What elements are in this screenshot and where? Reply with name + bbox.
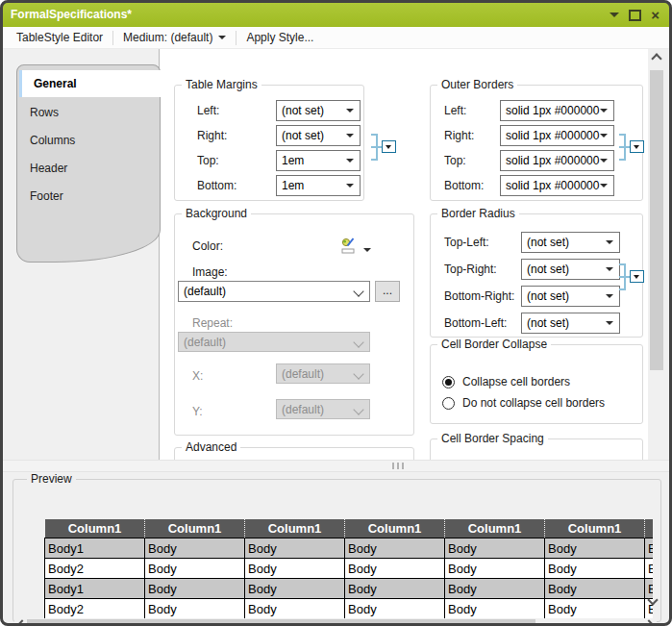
scroll-up-button[interactable] xyxy=(648,49,665,65)
chevron-down-icon xyxy=(606,294,613,302)
radius-top-right-dropdown[interactable]: (not set) xyxy=(521,259,620,280)
scrollbar-thumb[interactable] xyxy=(27,619,535,626)
border-bottom-dropdown[interactable]: solid 1px #000000 xyxy=(500,175,614,196)
preview-body-cell: Body xyxy=(145,599,245,619)
chevron-down-icon xyxy=(600,134,608,141)
border-left-label: Left: xyxy=(444,100,466,121)
dropdown-value: 1em xyxy=(282,154,304,167)
toolbar-label-tablestyle-editor: TableStyle Editor xyxy=(11,31,109,44)
fill-color-button[interactable] xyxy=(340,238,358,259)
tab-header[interactable]: Header xyxy=(19,156,144,181)
settings-scrollbar[interactable] xyxy=(648,49,665,460)
link-margins-button[interactable] xyxy=(369,132,396,163)
no-collapse-radio[interactable] xyxy=(442,397,455,410)
preview-body-cell: Body xyxy=(545,579,645,599)
tab-columns[interactable]: Columns xyxy=(19,128,144,153)
tab-footer[interactable]: Footer xyxy=(19,184,144,209)
radius-bottom-left-dropdown[interactable]: (not set) xyxy=(521,313,620,334)
toolbar-separator xyxy=(112,31,113,45)
close-icon[interactable]: × xyxy=(651,3,660,27)
preview-body-cell: Body xyxy=(145,538,245,559)
tab-label: Columns xyxy=(30,134,75,147)
preview-body-cell: Body xyxy=(445,599,545,619)
preview-h-scrollbar[interactable] xyxy=(14,618,657,626)
repeat-dropdown: (default) xyxy=(178,332,370,352)
border-left-dropdown[interactable]: solid 1px #000000 xyxy=(500,100,614,121)
border-bottom-label: Bottom: xyxy=(444,175,484,196)
margin-left-label: Left: xyxy=(197,100,219,121)
radius-top-left-label: Top-Left: xyxy=(444,232,489,253)
medium-dropdown-label: Medium: (default) xyxy=(123,31,212,44)
image-dropdown[interactable]: (default) xyxy=(178,281,370,302)
margin-right-label: Right: xyxy=(197,125,227,146)
group-title: Table Margins xyxy=(182,78,261,92)
dialog-window: FormalSpecifications* × TableStyle Edito… xyxy=(0,0,672,626)
margin-bottom-label: Bottom: xyxy=(197,175,236,196)
fill-color-icon xyxy=(340,238,358,255)
border-right-dropdown[interactable]: solid 1px #000000 xyxy=(500,125,614,146)
preview-header-cell: Column1 xyxy=(345,519,445,538)
x-dropdown: (default) xyxy=(276,363,370,384)
window-menu-chevron-down-icon[interactable] xyxy=(610,13,619,22)
preview-body-cell: Body xyxy=(545,599,645,619)
preview-body-cell: Body2 xyxy=(45,559,145,579)
apply-style-button[interactable]: Apply Style... xyxy=(240,31,319,44)
group-title: Outer Borders xyxy=(437,78,517,92)
titlebar[interactable]: FormalSpecifications* × xyxy=(3,3,669,27)
preview-header-cell: Column1 xyxy=(445,519,545,538)
medium-dropdown-button[interactable]: Medium: (default) xyxy=(117,31,232,44)
tab-label: Rows xyxy=(30,106,59,119)
radius-bottom-right-label: Bottom-Right: xyxy=(444,286,514,307)
group-outer-borders: Outer Borders Left: solid 1px #000000 Ri… xyxy=(430,85,643,201)
preview-body-cell: Body1 xyxy=(45,579,145,599)
preview-body-cell: Body xyxy=(345,579,445,599)
no-collapse-radio-label[interactable]: Do not collapse cell borders xyxy=(462,396,605,411)
border-top-dropdown[interactable]: solid 1px #000000 xyxy=(500,150,614,171)
tab-rows[interactable]: Rows xyxy=(19,100,144,125)
scroll-right-button[interactable] xyxy=(643,619,654,626)
margin-top-dropdown[interactable]: 1em xyxy=(276,150,361,171)
titlebar-buttons: × xyxy=(610,3,660,27)
preview-body-cell: Body xyxy=(345,538,445,559)
preview-header-cell: Column1 xyxy=(645,519,654,538)
toolbar-separator xyxy=(236,31,236,45)
tab-general[interactable]: General xyxy=(19,70,162,97)
browse-button[interactable]: ... xyxy=(375,281,400,302)
y-label: Y: xyxy=(192,401,203,422)
preview-body-cell: Body xyxy=(545,538,645,559)
radius-top-left-dropdown[interactable]: (not set) xyxy=(521,232,620,253)
link-borders-button[interactable] xyxy=(617,132,644,163)
window-background: FormalSpecifications* × TableStyle Edito… xyxy=(0,0,672,626)
preview-table-viewport: Column1Column1Column1Column1Column1Colum… xyxy=(44,518,653,618)
toolbar: TableStyle Editor Medium: (default) Appl… xyxy=(3,27,669,49)
maximize-icon[interactable] xyxy=(629,10,641,21)
scrollbar-thumb[interactable] xyxy=(650,70,663,370)
preview-group: Preview Column1Column1Column1Column1Colu… xyxy=(12,479,661,622)
collapse-radio-label[interactable]: Collapse cell borders xyxy=(462,375,570,389)
dropdown-value: (not set) xyxy=(282,104,324,117)
y-dropdown: (default) xyxy=(276,399,370,419)
dropdown-value: 1em xyxy=(282,179,304,192)
preview-body-cell: Body xyxy=(445,538,545,559)
group-cell-border-spacing: Cell Border Spacing xyxy=(430,438,643,460)
group-title: Cell Border Collapse xyxy=(437,338,551,352)
radius-bottom-right-dropdown[interactable]: (not set) xyxy=(521,286,620,307)
preview-body-cell: Body xyxy=(645,559,654,579)
splitter-handle[interactable] xyxy=(3,460,669,472)
dropdown-value: (not set) xyxy=(527,289,569,303)
chevron-down-icon xyxy=(353,337,363,347)
dropdown-value: (default) xyxy=(184,336,226,349)
margin-right-dropdown[interactable]: (not set) xyxy=(276,125,361,146)
preview-scroll-down-button[interactable] xyxy=(646,593,660,609)
margin-left-dropdown[interactable]: (not set) xyxy=(276,100,361,121)
chevron-down-icon xyxy=(630,140,644,153)
link-radius-button[interactable] xyxy=(617,262,644,292)
chevron-down-icon xyxy=(346,109,354,116)
chevron-down-icon xyxy=(353,368,363,379)
collapse-radio[interactable] xyxy=(442,376,455,388)
preview-body-cell: Body xyxy=(445,559,545,579)
chevron-down-icon xyxy=(346,184,354,191)
scroll-left-button[interactable] xyxy=(16,619,27,626)
margin-bottom-dropdown[interactable]: 1em xyxy=(276,175,361,196)
chevron-down-icon[interactable] xyxy=(363,248,371,256)
